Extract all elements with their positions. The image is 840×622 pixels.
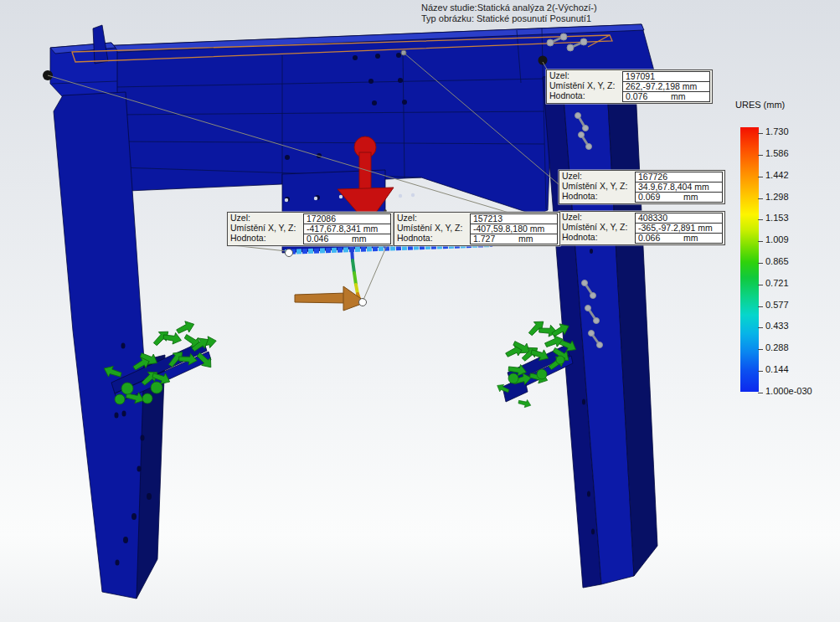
callout-node-197091[interactable]: Uzel: 197091 Umístění X, Y, Z: 262,-97.2… xyxy=(546,69,713,104)
legend-tick: 0.577 xyxy=(765,300,789,310)
callout-value: 0.069 xyxy=(638,193,660,202)
legend-tick: 0.144 xyxy=(765,364,789,374)
callout-node-408330[interactable]: Uzel: 408330 Umístění X, Y, Z: -365,-97.… xyxy=(559,211,725,245)
result-legend: URES (mm) 1.730 1.586 1.442 1.298 1.153 … xyxy=(732,100,839,403)
legend-tick: 1.009 xyxy=(765,234,789,244)
legend-tick: 0.865 xyxy=(765,256,789,266)
callout-value: 0.076 xyxy=(626,92,647,101)
callout-value-label: Hodnota: xyxy=(561,192,635,203)
callout-unit: mm xyxy=(683,193,698,202)
callout-value: 1.727 xyxy=(473,234,495,244)
callout-value-label: Hodnota: xyxy=(229,234,303,244)
legend-tick: 1.000e-030 xyxy=(765,386,812,396)
legend-title: URES (mm) xyxy=(735,100,785,110)
callout-node-167726[interactable]: Uzel: 167726 Umístění X, Y, Z: 34.9,67.8… xyxy=(559,170,725,204)
study-header: Název studie:Statická analýza 2(-Výchozí… xyxy=(421,3,597,24)
callout-unit: mm xyxy=(352,234,367,244)
legend-tick: 1.153 xyxy=(765,213,789,223)
callout-unit: mm xyxy=(683,234,698,243)
legend-color-bar xyxy=(740,127,759,392)
legend-tick: 1.442 xyxy=(765,170,789,180)
legend-tick: 0.288 xyxy=(765,342,789,352)
study-name-line: Název studie:Statická analýza 2(-Výchozí… xyxy=(421,3,597,13)
node-marker-plate xyxy=(286,249,293,257)
image-type-line: Typ obrázku: Statické posunutí Posunutí1 xyxy=(421,13,597,24)
legend-tick: 1.730 xyxy=(765,126,789,136)
callout-value: 0.046 xyxy=(307,234,328,244)
frame-model xyxy=(50,24,657,599)
callout-value: 0.066 xyxy=(638,234,660,243)
callout-unit: mm xyxy=(671,92,686,101)
legend-tick: 1.586 xyxy=(765,148,789,158)
callout-node-172086[interactable]: Uzel: 172086 Umístění X, Y, Z: -417,67.8… xyxy=(227,212,394,246)
legend-tick: 0.721 xyxy=(765,278,789,288)
legend-tick: 1.298 xyxy=(765,192,789,202)
viewport-3d[interactable]: Název studie:Statická analýza 2(-Výchozí… xyxy=(0,0,840,622)
legend-tick: 0.433 xyxy=(765,321,789,331)
node-dot-right xyxy=(539,56,548,65)
callout-node-157213[interactable]: Uzel: 157213 Umístění X, Y, Z: -407,59.8… xyxy=(394,212,560,246)
node-marker-rod xyxy=(359,299,367,306)
callout-unit: mm xyxy=(518,234,533,244)
callout-value-label: Hodnota: xyxy=(561,233,635,244)
callout-value-label: Hodnota: xyxy=(396,234,470,244)
model-scene xyxy=(0,0,840,622)
callout-value-label: Hodnota: xyxy=(549,91,622,102)
